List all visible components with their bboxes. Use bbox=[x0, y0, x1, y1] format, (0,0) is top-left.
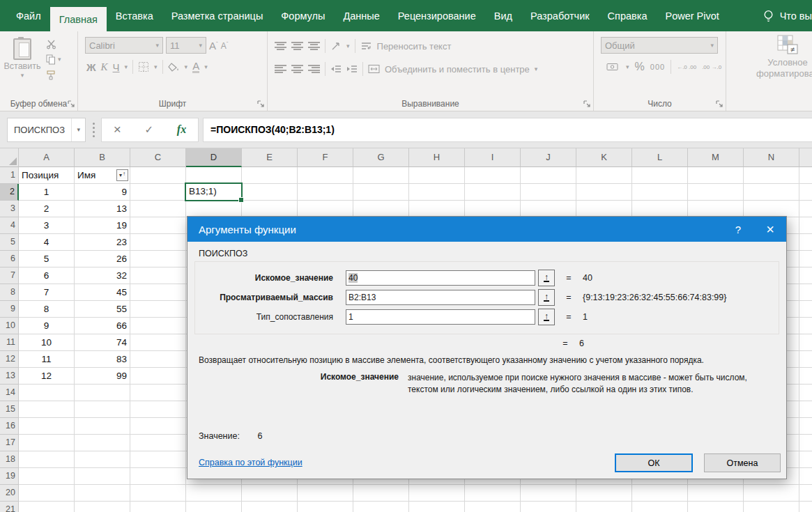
ribbon-tab[interactable]: Главная bbox=[50, 7, 107, 31]
row-header-12[interactable]: 12 bbox=[0, 351, 19, 368]
cell-a20[interactable] bbox=[19, 485, 75, 502]
cell-j2[interactable] bbox=[521, 184, 576, 201]
cell-j20[interactable] bbox=[521, 485, 576, 502]
cell-f3[interactable] bbox=[298, 201, 353, 217]
cell-b18[interactable] bbox=[75, 451, 130, 468]
cell-partial[interactable] bbox=[799, 267, 812, 284]
cell-f2[interactable] bbox=[298, 184, 353, 201]
cell-b5[interactable]: 23 bbox=[75, 234, 130, 251]
cell-h1[interactable] bbox=[409, 167, 465, 184]
cell-k3[interactable] bbox=[576, 201, 632, 217]
cell-n20[interactable] bbox=[744, 485, 799, 502]
cell-partial[interactable] bbox=[799, 234, 812, 251]
cell-g1[interactable] bbox=[353, 167, 409, 184]
cell-e1[interactable] bbox=[242, 167, 298, 184]
dialog-launcher-icon[interactable] bbox=[256, 100, 265, 108]
cell-partial[interactable] bbox=[799, 334, 812, 351]
cell-b4[interactable]: 19 bbox=[75, 217, 130, 234]
insert-function-button[interactable]: fx bbox=[177, 123, 186, 136]
cell-a21[interactable] bbox=[19, 502, 75, 512]
name-box[interactable]: ПОИСКПОЗ ▾ bbox=[7, 118, 86, 142]
filter-sort-button[interactable]: ▾↑ bbox=[116, 169, 128, 181]
cell-n2[interactable] bbox=[744, 184, 799, 201]
cell-g3[interactable] bbox=[353, 201, 409, 217]
cell-m3[interactable] bbox=[688, 201, 744, 217]
cancel-entry-button[interactable]: × bbox=[114, 122, 121, 137]
cell-a4[interactable]: 3 bbox=[19, 217, 75, 234]
lookup-array-input[interactable]: B2:B13 bbox=[346, 290, 535, 305]
cell-k1[interactable] bbox=[576, 167, 632, 184]
cell-b11[interactable]: 74 bbox=[75, 334, 130, 351]
row-header-13[interactable]: 13 bbox=[0, 368, 19, 385]
cell-e21[interactable] bbox=[242, 502, 298, 512]
cell-b6[interactable]: 26 bbox=[75, 251, 130, 267]
cell-d1[interactable] bbox=[186, 167, 242, 184]
cell-a2[interactable]: 1 bbox=[19, 184, 75, 201]
cell-partial[interactable] bbox=[799, 451, 812, 468]
column-header-g[interactable]: G bbox=[353, 148, 409, 167]
cell-partial[interactable] bbox=[799, 351, 812, 368]
cell-c14[interactable] bbox=[130, 385, 186, 401]
cell-partial[interactable] bbox=[799, 184, 812, 201]
collapse-dialog-button[interactable]: ↑ bbox=[538, 309, 555, 325]
row-header-19[interactable]: 19 bbox=[0, 468, 19, 485]
cell-a16[interactable] bbox=[19, 418, 75, 435]
cell-partial[interactable] bbox=[799, 485, 812, 502]
cell-b12[interactable]: 83 bbox=[75, 351, 130, 368]
cell-c10[interactable] bbox=[130, 318, 186, 334]
column-header-i[interactable]: I bbox=[465, 148, 521, 167]
column-header-b[interactable]: B bbox=[75, 148, 130, 167]
cell-h20[interactable] bbox=[409, 485, 465, 502]
cell-a11[interactable]: 10 bbox=[19, 334, 75, 351]
cell-b14[interactable] bbox=[75, 385, 130, 401]
cell-a7[interactable]: 6 bbox=[19, 267, 75, 284]
cell-c17[interactable] bbox=[130, 435, 186, 451]
cell-l2[interactable] bbox=[632, 184, 688, 201]
ribbon-tab[interactable]: Разметка страницы bbox=[162, 0, 273, 31]
ribbon-tab[interactable]: Данные bbox=[334, 0, 388, 31]
cell-e20[interactable] bbox=[242, 485, 298, 502]
cell-i3[interactable] bbox=[465, 201, 521, 217]
cell-d3[interactable] bbox=[186, 201, 242, 217]
row-header-9[interactable]: 9 bbox=[0, 301, 19, 318]
ribbon-tab[interactable]: Power Pivot bbox=[656, 0, 728, 31]
column-header-e[interactable]: E bbox=[242, 148, 298, 167]
cell-b1[interactable]: Имя▾↑ bbox=[75, 167, 130, 184]
formula-input[interactable]: =ПОИСКПОЗ(40;B2:B13;1) bbox=[203, 118, 812, 142]
cell-a18[interactable] bbox=[19, 451, 75, 468]
cell-partial[interactable] bbox=[799, 167, 812, 184]
row-header-21[interactable]: 21 bbox=[0, 502, 19, 512]
cell-partial[interactable] bbox=[799, 502, 812, 512]
cell-d21[interactable] bbox=[186, 502, 242, 512]
ribbon-tab[interactable]: Справка bbox=[599, 0, 657, 31]
cell-i20[interactable] bbox=[465, 485, 521, 502]
row-header-17[interactable]: 17 bbox=[0, 435, 19, 451]
cell-h2[interactable] bbox=[409, 184, 465, 201]
dialog-launcher-icon[interactable] bbox=[67, 100, 75, 108]
cell-b21[interactable] bbox=[75, 502, 130, 512]
cell-m1[interactable] bbox=[688, 167, 744, 184]
row-header-7[interactable]: 7 bbox=[0, 267, 19, 284]
cell-c12[interactable] bbox=[130, 351, 186, 368]
cell-c8[interactable] bbox=[130, 284, 186, 301]
cell-c11[interactable] bbox=[130, 334, 186, 351]
cell-b20[interactable] bbox=[75, 485, 130, 502]
cell-partial[interactable] bbox=[799, 385, 812, 401]
active-cell[interactable]: B13;1) bbox=[185, 183, 243, 201]
cell-f20[interactable] bbox=[298, 485, 353, 502]
cell-c9[interactable] bbox=[130, 301, 186, 318]
cell-i2[interactable] bbox=[465, 184, 521, 201]
cell-l21[interactable] bbox=[632, 502, 688, 512]
column-header-j[interactable]: J bbox=[521, 148, 576, 167]
cell-a6[interactable]: 5 bbox=[19, 251, 75, 267]
cell-h3[interactable] bbox=[409, 201, 465, 217]
column-header-partial[interactable] bbox=[799, 148, 812, 167]
cell-f21[interactable] bbox=[298, 502, 353, 512]
cell-c18[interactable] bbox=[130, 451, 186, 468]
lookup-value-input[interactable]: 40 bbox=[346, 270, 535, 286]
ribbon-tab[interactable]: Рецензирование bbox=[389, 0, 485, 31]
cell-c2[interactable] bbox=[130, 184, 186, 201]
cell-h21[interactable] bbox=[409, 502, 465, 512]
cell-l20[interactable] bbox=[632, 485, 688, 502]
cell-b7[interactable]: 32 bbox=[75, 267, 130, 284]
